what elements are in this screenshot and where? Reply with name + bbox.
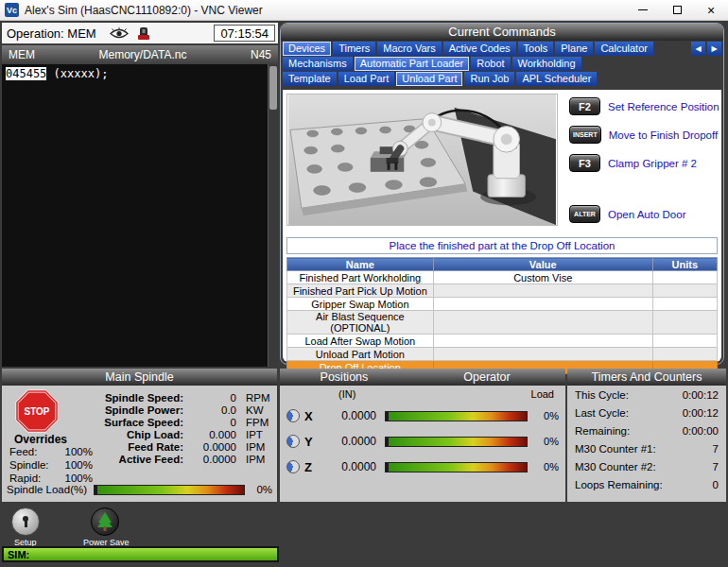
row-value <box>433 298 652 311</box>
axis-row-x: X 0.0000 0% <box>280 406 565 425</box>
tab-macro-vars[interactable]: Macro Vars <box>377 42 441 56</box>
x-load-bar <box>385 411 528 421</box>
spindle-stats: Spindle Speed:0RPM Spindle Power:0.0KW S… <box>93 391 274 465</box>
apl-steps-table: Name Value Units Finished Part Workholdi… <box>286 257 718 374</box>
row-units <box>652 284 717 298</box>
row-units <box>652 271 717 284</box>
power-save-button[interactable] <box>91 507 119 536</box>
main-spindle-title: Main Spindle <box>2 369 277 386</box>
row-name: Unload Part Motion <box>287 348 434 361</box>
program-line-number: N45 <box>251 48 278 61</box>
tab-workholding[interactable]: Workholding <box>512 57 581 71</box>
eye-icon <box>110 27 129 40</box>
tab-row-1: Devices Timers Macro Vars Active Codes T… <box>281 41 723 56</box>
positions-mode: Operator <box>408 369 565 386</box>
close-icon: × <box>707 4 715 17</box>
tab-plane[interactable]: Plane <box>555 42 593 56</box>
loops-remaining: Loops Remaining:0 <box>567 475 726 493</box>
units-label: (IN) <box>338 388 355 400</box>
positions-title: Positions <box>280 369 408 386</box>
row-name: Load After Swap Motion <box>287 335 434 348</box>
tab-automatic-part-loader[interactable]: Automatic Part Loader <box>355 57 469 71</box>
m30-counter-1: M30 Counter #1:7 <box>567 439 726 457</box>
table-row[interactable]: Finished Part Pick Up Motion <box>287 284 718 298</box>
load-column-label: Load <box>531 388 554 400</box>
timer-remaining: Remaining:0:00:00 <box>567 421 726 439</box>
tab-devices[interactable]: Devices <box>283 42 331 56</box>
maximize-icon <box>673 6 682 14</box>
apl-buttons: F2 Set Reference Position INSERT Move to… <box>558 94 719 233</box>
table-row[interactable]: Load After Swap Motion <box>287 335 718 348</box>
row-value <box>433 348 652 361</box>
tab-scroll-left-icon[interactable]: ◀ <box>691 42 705 56</box>
x-axis-icon <box>286 409 300 422</box>
tab-load-part[interactable]: Load Part <box>338 72 395 86</box>
current-commands-panel: Current Commands Devices Timers Macro Va… <box>280 23 724 365</box>
tab-calculator[interactable]: Calculator <box>595 42 653 56</box>
tab-unload-part[interactable]: Unload Part <box>396 72 462 86</box>
y-axis-icon <box>286 435 300 448</box>
tab-apl-scheduler[interactable]: APL Scheduler <box>516 72 597 86</box>
operation-bar: Operation: MEM 07:15:54 <box>2 23 278 43</box>
spindle-load-bar <box>94 485 245 495</box>
tab-robot[interactable]: Robot <box>471 57 510 71</box>
table-header-value: Value <box>433 258 652 271</box>
row-units <box>652 335 717 348</box>
minimize-button[interactable] <box>626 0 660 20</box>
tab-run-job[interactable]: Run Job <box>464 72 514 86</box>
maximize-button[interactable] <box>660 0 694 20</box>
setup-button[interactable] <box>11 507 40 536</box>
row-value <box>433 311 652 335</box>
tab-row-2: Mechanisms Automatic Part Loader Robot W… <box>281 56 723 71</box>
tab-timers[interactable]: Timers <box>333 42 375 56</box>
insert-key-button[interactable]: INSERT <box>569 126 601 144</box>
tab-scroll-right-icon[interactable]: ▶ <box>707 42 721 56</box>
row-units <box>652 311 717 335</box>
operation-mode: Operation: MEM <box>7 26 96 41</box>
apl-content: F2 Set Reference Position INSERT Move to… <box>283 90 721 362</box>
set-reference-position-label: Set Reference Position <box>608 101 719 112</box>
program-path: Memory/DATA.nc <box>35 48 251 61</box>
main-spindle-panel: Main Spindle STOP Overrides Feed:100% Sp… <box>2 369 277 502</box>
program-scrollbar[interactable] <box>268 64 278 367</box>
z-load-bar <box>385 462 528 472</box>
lock-icon <box>22 516 29 527</box>
timer-last-cycle: Last Cycle:0:00:12 <box>567 404 726 421</box>
f3-key-button[interactable]: F3 <box>569 154 600 172</box>
f2-key-button[interactable]: F2 <box>569 97 600 115</box>
window-title: Alex's Sim (HaasCNC1110892:0) - VNC View… <box>25 4 263 17</box>
z-axis-icon <box>286 460 300 473</box>
close-button[interactable]: × <box>694 0 728 20</box>
code-line: 045455 (xxxxx); <box>2 64 278 83</box>
row-value: Custom Vise <box>433 271 652 284</box>
spindle-load-row: Spindle Load(%) 0% <box>7 484 272 495</box>
vnc-logo-icon: Vc <box>5 3 19 17</box>
table-header-row: Name Value Units <box>287 258 718 271</box>
tab-active-codes[interactable]: Active Codes <box>443 42 516 56</box>
axis-row-y: Y 0.0000 0% <box>280 432 565 451</box>
override-spindle: Spindle:100% <box>9 459 93 471</box>
timers-panel: Timers And Counters This Cycle:0:00:12 L… <box>567 369 726 502</box>
stop-sign-icon: STOP <box>15 389 59 433</box>
alter-key-button[interactable]: ALTER <box>569 205 600 223</box>
program-code-area[interactable]: 045455 (xxxxx); <box>2 64 278 367</box>
table-row[interactable]: Air Blast Sequence (OPTIONAL) <box>287 311 718 335</box>
row-value <box>433 335 652 348</box>
hand-jog-icon <box>136 26 151 41</box>
tab-mechanisms[interactable]: Mechanisms <box>283 57 353 71</box>
minimize-icon <box>638 9 648 10</box>
program-mode: MEM <box>2 48 35 61</box>
table-header-name: Name <box>287 258 434 271</box>
row-name: Air Blast Sequence (OPTIONAL) <box>287 311 434 335</box>
scrollbar-thumb[interactable] <box>269 66 277 110</box>
table-row[interactable]: Unload Part Motion <box>287 348 718 361</box>
table-row[interactable]: Finished Part Workholding Custom Vise <box>287 271 718 284</box>
clock-display: 07:15:54 <box>214 25 275 42</box>
tab-tools[interactable]: Tools <box>518 42 554 56</box>
y-load-bar <box>385 437 528 447</box>
sim-status-bar: SIM: <box>2 546 279 562</box>
table-row[interactable]: Gripper Swap Motion <box>287 298 718 311</box>
row-value <box>433 284 652 298</box>
tab-template[interactable]: Template <box>283 72 337 86</box>
program-header: MEM Memory/DATA.nc N45 <box>2 45 278 64</box>
